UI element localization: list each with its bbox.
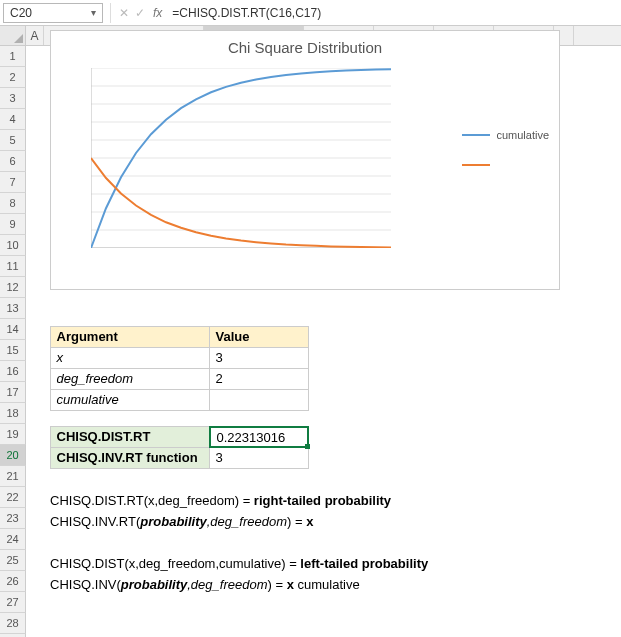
- arg-degfreedom-label[interactable]: deg_freedom: [50, 368, 210, 390]
- text-line-25[interactable]: CHISQ.INV.RT(probability,deg_freedom) = …: [50, 511, 428, 532]
- confirm-icon[interactable]: ✓: [135, 6, 145, 20]
- legend-item-pdf: [462, 150, 549, 180]
- legend-line-icon: [462, 164, 490, 166]
- chevron-down-icon[interactable]: ▾: [91, 7, 96, 18]
- chart-title: Chi Square Distribution: [51, 31, 559, 60]
- formula-bar: C20 ▾ ✕ ✓ fx =CHISQ.DIST.RT(C16,C17): [0, 0, 621, 26]
- arg-cumulative-label[interactable]: cumulative: [50, 389, 210, 411]
- row-header-6[interactable]: 6: [0, 151, 26, 172]
- cell-C20-selected[interactable]: 0.22313016: [209, 426, 309, 448]
- arg-x-label[interactable]: x: [50, 347, 210, 369]
- row-header-1[interactable]: 1: [0, 46, 26, 67]
- row-header-20[interactable]: 20: [0, 445, 26, 466]
- legend-label: cumulative: [496, 129, 549, 141]
- row-header-18[interactable]: 18: [0, 403, 26, 424]
- row-header-16[interactable]: 16: [0, 361, 26, 382]
- formula-bar-icons: ✕ ✓: [115, 6, 149, 20]
- row-header-2[interactable]: 2: [0, 67, 26, 88]
- col-header-A[interactable]: A: [26, 26, 44, 45]
- cancel-icon[interactable]: ✕: [119, 6, 129, 20]
- row-header-25[interactable]: 25: [0, 550, 26, 571]
- legend-item-cumulative: cumulative: [462, 120, 549, 150]
- chart-legend: cumulative: [462, 120, 549, 180]
- row-header-4[interactable]: 4: [0, 109, 26, 130]
- row-header-27[interactable]: 27: [0, 592, 26, 613]
- legend-line-icon: [462, 134, 490, 136]
- row-header-13[interactable]: 13: [0, 298, 26, 319]
- row-header-8[interactable]: 8: [0, 193, 26, 214]
- series-cumulative: [91, 69, 391, 248]
- chart-body: 012345678910 00.10.20.30.40.50.60.70.80.…: [51, 60, 559, 270]
- cell-C21[interactable]: 3: [209, 447, 309, 469]
- table-header-value[interactable]: Value: [209, 326, 309, 348]
- row-header-9[interactable]: 9: [0, 214, 26, 235]
- explanation-text: CHISQ.DIST.RT(x,deg_freedom) = right-tai…: [50, 490, 428, 595]
- row-header-17[interactable]: 17: [0, 382, 26, 403]
- series-pdf: [91, 158, 391, 248]
- fx-icon[interactable]: fx: [149, 6, 166, 20]
- spreadsheet-grid: A B C D E F G 12345678910111213141516171…: [0, 26, 621, 637]
- name-box[interactable]: C20 ▾: [3, 3, 103, 23]
- func-distrt-label[interactable]: CHISQ.DIST.RT function: [50, 426, 210, 448]
- arg-degfreedom-value[interactable]: 2: [209, 368, 309, 390]
- chart[interactable]: Chi Square Distribution 012345678910 00.…: [50, 30, 560, 290]
- separator: [110, 3, 111, 23]
- formula-input[interactable]: =CHISQ.DIST.RT(C16,C17): [166, 6, 621, 20]
- row-header-10[interactable]: 10: [0, 235, 26, 256]
- blank-line: [50, 532, 428, 553]
- row-header-12[interactable]: 12: [0, 277, 26, 298]
- row-header-26[interactable]: 26: [0, 571, 26, 592]
- text-line-24[interactable]: CHISQ.DIST.RT(x,deg_freedom) = right-tai…: [50, 490, 428, 511]
- row-header-22[interactable]: 22: [0, 487, 26, 508]
- row-header-3[interactable]: 3: [0, 88, 26, 109]
- text-line-28[interactable]: CHISQ.INV(probability,deg_freedom) = x c…: [50, 574, 428, 595]
- row-header-23[interactable]: 23: [0, 508, 26, 529]
- table-header-argument[interactable]: Argument: [50, 326, 210, 348]
- func-invrt-label[interactable]: CHISQ.INV.RT function: [50, 447, 210, 469]
- argument-table: Argument Value x 3 deg_freedom 2 cumulat…: [50, 326, 308, 410]
- select-all-corner[interactable]: [0, 26, 26, 45]
- chart-plot: 012345678910 00.10.20.30.40.50.60.70.80.…: [91, 68, 391, 248]
- row-header-5[interactable]: 5: [0, 130, 26, 151]
- row-header-14[interactable]: 14: [0, 319, 26, 340]
- text-line-27[interactable]: CHISQ.DIST(x,deg_freedom,cumulative) = l…: [50, 553, 428, 574]
- row-header-24[interactable]: 24: [0, 529, 26, 550]
- row-header-7[interactable]: 7: [0, 172, 26, 193]
- arg-x-value[interactable]: 3: [209, 347, 309, 369]
- row-header-28[interactable]: 28: [0, 613, 26, 634]
- row-header-21[interactable]: 21: [0, 466, 26, 487]
- name-box-value: C20: [10, 6, 32, 20]
- arg-cumulative-value[interactable]: [209, 389, 309, 411]
- row-header-15[interactable]: 15: [0, 340, 26, 361]
- row-header-11[interactable]: 11: [0, 256, 26, 277]
- row-header-19[interactable]: 19: [0, 424, 26, 445]
- function-results-table: CHISQ.DIST.RT function 0.22313016 CHISQ.…: [50, 426, 308, 468]
